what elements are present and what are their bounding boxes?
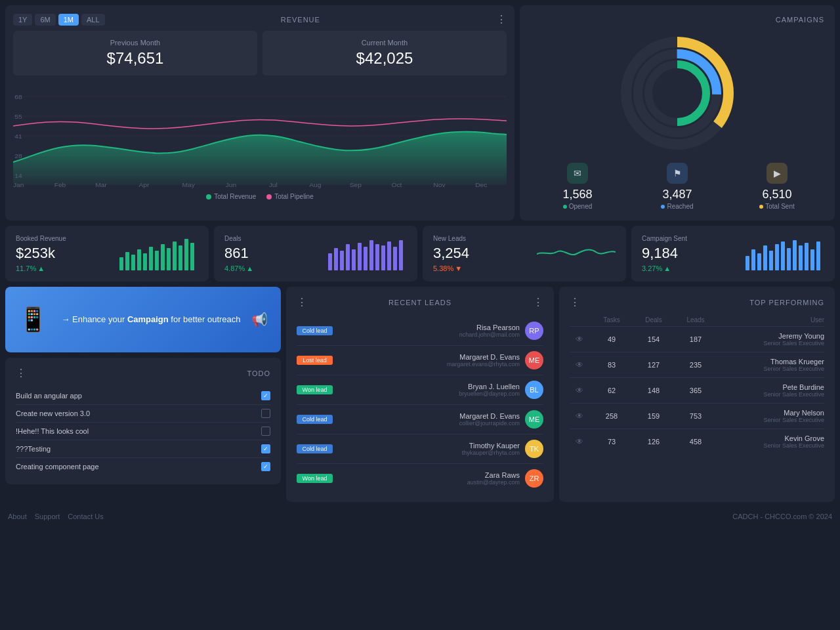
todo-label-3: !Hehe!! This looks cool — [16, 427, 89, 435]
tp-user-role-1: Senior Sales Executive — [718, 340, 824, 346]
campaigns-title: CAMPAIGNS — [776, 16, 824, 24]
svg-rect-42 — [334, 248, 338, 270]
kpi-campaign-label: Campaign Sent — [642, 235, 746, 242]
kpi-deals-label: Deals — [224, 235, 328, 242]
footer: About Support Contact Us CADCH - CHCCO.c… — [5, 507, 835, 526]
todo-item-1: Build an angular app ✓ — [16, 387, 270, 405]
tp-tasks-4: 258 — [592, 412, 631, 420]
todo-check-5[interactable]: ✓ — [261, 462, 270, 471]
footer-support[interactable]: Support — [35, 513, 60, 520]
lead-row-2: Lost lead Margaret D. Evans margaret.eva… — [297, 346, 543, 375]
tp-row-5: 👁 73 126 458 Kevin Grove Senior Sales Ex… — [570, 429, 824, 454]
lead-email-2: margaret.evans@rhyta.com — [333, 361, 520, 368]
todo-check-3[interactable] — [261, 427, 270, 436]
todo-check-2[interactable] — [261, 409, 270, 418]
bottom-row: 📱 → Enhance your Campaign for better out… — [5, 287, 835, 502]
tp-col-tasks: Tasks — [592, 316, 631, 324]
lead-email-3: bryuellen@dayrep.com — [333, 390, 520, 397]
svg-text:Feb: Feb — [54, 182, 66, 188]
tp-user-role-3: Senior Sales Executive — [718, 391, 824, 398]
filter-6m[interactable]: 6M — [35, 14, 55, 26]
tp-user-role-4: Senior Sales Executive — [718, 417, 824, 423]
filter-all[interactable]: ALL — [81, 14, 105, 26]
promo-banner: 📱 → Enhance your Campaign for better out… — [5, 287, 281, 352]
kpi-new-leads: New Leads 3,254 5.38% ▼ — [423, 226, 626, 282]
reached-value: 3,487 — [630, 188, 724, 201]
lead-row-1: Cold lead Risa Pearson nchard.john@mail.… — [297, 316, 543, 346]
sent-value: 6,510 — [730, 188, 824, 201]
lead-avatar-3: BL — [525, 381, 543, 399]
eye-icon-2[interactable]: 👁 — [570, 360, 589, 369]
chart-legend: Total Revenue Total Pipeline — [13, 193, 507, 200]
svg-rect-38 — [178, 245, 182, 270]
footer-about[interactable]: About — [8, 513, 27, 520]
filter-1m[interactable]: 1M — [58, 14, 79, 26]
campaign-stats: ✉ 1,568 Opened ⚑ 3,487 Reached — [530, 163, 824, 210]
lead-info-1: Risa Pearson nchard.john@mail.com — [333, 324, 525, 338]
lead-name-3: Bryan J. Luellen — [333, 383, 520, 390]
svg-rect-32 — [143, 253, 147, 270]
kpi-leads-chart — [537, 238, 616, 270]
svg-text:Mar: Mar — [95, 182, 107, 188]
tp-leads-1: 187 — [676, 335, 715, 343]
kpi-campaign-value: 9,184 — [642, 245, 746, 262]
svg-text:55: 55 — [14, 114, 22, 120]
footer-contact[interactable]: Contact Us — [68, 513, 103, 520]
opened-value: 1,568 — [530, 188, 625, 201]
svg-text:Oct: Oct — [392, 182, 402, 188]
tp-user-1: Jeremy Young Senior Sales Executive — [718, 332, 824, 346]
top-row: 1Y 6M 1M ALL REVENUE ⋮ Previous Month $7… — [5, 5, 835, 220]
tp-user-2: Thomas Krueger Senior Sales Executive — [718, 358, 824, 372]
tp-col-user: User — [718, 316, 824, 324]
eye-icon-3[interactable]: 👁 — [570, 386, 589, 395]
todo-more-button[interactable]: ⋮ — [16, 367, 26, 379]
kpi-leads-info: New Leads 3,254 5.38% ▼ — [433, 235, 537, 272]
tp-more-button[interactable]: ⋮ — [570, 296, 580, 308]
svg-text:41: 41 — [14, 133, 22, 140]
svg-rect-30 — [131, 255, 135, 270]
lead-avatar-2: ME — [525, 351, 543, 369]
lead-email-1: nchard.john@mail.com — [333, 331, 520, 338]
tp-leads-4: 753 — [676, 412, 715, 420]
eye-icon-5[interactable]: 👁 — [570, 437, 589, 446]
svg-rect-41 — [328, 253, 332, 270]
svg-rect-58 — [769, 251, 773, 270]
legend-total-pipeline: Total Pipeline — [266, 193, 313, 200]
tp-user-name-2: Thomas Krueger — [718, 358, 824, 366]
svg-rect-29 — [125, 252, 129, 270]
revenue-more-button[interactable]: ⋮ — [496, 13, 507, 26]
todo-item-3: !Hehe!! This looks cool — [16, 423, 270, 440]
lead-name-1: Risa Pearson — [333, 324, 520, 331]
todo-header: ⋮ TODO — [16, 367, 270, 379]
leads-more-button-right[interactable]: ⋮ — [533, 296, 543, 308]
svg-rect-54 — [746, 256, 749, 270]
todo-check-4[interactable]: ✓ — [261, 444, 270, 453]
lead-name-5: Timothy Kauper — [333, 442, 520, 450]
lead-row-6: Won lead Zara Raws austin@dayrep.com ZR — [297, 464, 543, 493]
promo-panel[interactable]: 📱 → Enhance your Campaign for better out… — [5, 287, 281, 352]
lead-avatar-5: TK — [525, 440, 543, 458]
svg-rect-55 — [751, 249, 755, 270]
revenue-title: REVENUE — [281, 16, 320, 24]
revenue-metrics: Previous Month $74,651 Current Month $42… — [13, 31, 507, 75]
svg-rect-39 — [184, 239, 188, 270]
eye-icon-1[interactable]: 👁 — [570, 335, 589, 344]
leads-title: RECENT LEADS — [388, 299, 452, 306]
tp-row-4: 👁 258 159 753 Mary Nelson Senior Sales E… — [570, 404, 824, 429]
tp-col-leads: Leads — [676, 316, 715, 324]
eye-icon-4[interactable]: 👁 — [570, 411, 589, 421]
top-performing-header: ⋮ TOP PERFORMING — [570, 296, 824, 308]
svg-rect-28 — [119, 257, 123, 270]
leads-more-button[interactable]: ⋮ — [297, 296, 307, 308]
revenue-chart-area: Jan Feb Mar Apr May Jun Jul Aug Sep Oct … — [13, 83, 507, 201]
kpi-booked-value: $253k — [16, 245, 119, 262]
lead-row-5: Cold lead Timothy Kauper thykauper@rhyta… — [297, 434, 543, 464]
tp-columns: Tasks Deals Leads User — [570, 314, 824, 327]
kpi-deals-chart — [328, 238, 407, 270]
tp-user-name-5: Kevin Grove — [718, 434, 824, 442]
todo-check-1[interactable]: ✓ — [261, 391, 270, 400]
lead-avatar-1: RP — [525, 322, 543, 340]
kpi-booked-label: Booked Revenue — [16, 235, 119, 242]
svg-text:28: 28 — [14, 153, 22, 159]
filter-1y[interactable]: 1Y — [13, 14, 32, 26]
